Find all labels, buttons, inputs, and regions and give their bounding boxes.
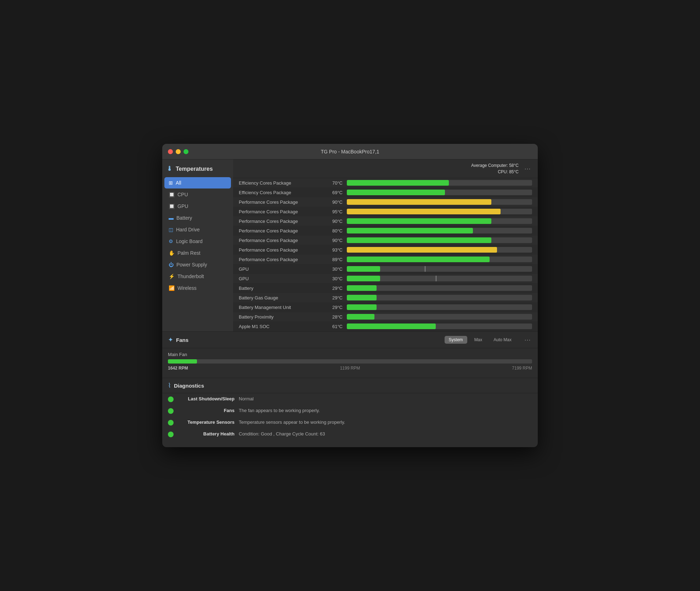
fans-title: Fans bbox=[176, 337, 442, 343]
temp-bar bbox=[347, 276, 380, 281]
temp-bar-container bbox=[347, 237, 532, 243]
temp-value: 29°C bbox=[327, 305, 347, 310]
fan-system-button[interactable]: System bbox=[445, 336, 467, 344]
temp-name: Performance Cores Package bbox=[239, 247, 327, 253]
temp-row: Performance Cores Package 95°C bbox=[233, 207, 538, 216]
temp-bar bbox=[347, 237, 491, 243]
temp-bar-container bbox=[347, 295, 532, 300]
sidebar-header: 🌡 Temperatures bbox=[162, 162, 233, 177]
temp-value: 29°C bbox=[327, 286, 347, 291]
sidebar-item-battery[interactable]: ▬ Battery bbox=[164, 212, 231, 224]
temp-value: 28°C bbox=[327, 314, 347, 320]
diag-label: Temperature Sensors bbox=[178, 420, 235, 425]
temp-bar bbox=[347, 304, 377, 310]
fan-min-rpm: 1199 RPM bbox=[340, 366, 360, 371]
temp-bar-container bbox=[347, 228, 532, 233]
temp-name: Performance Cores Package bbox=[239, 238, 327, 243]
sidebar-item-harddrive[interactable]: ◫ Hard Drive bbox=[164, 224, 231, 235]
temp-bar bbox=[347, 285, 377, 291]
temp-bar-container bbox=[347, 218, 532, 224]
temp-bar bbox=[347, 180, 449, 186]
diag-status-dot bbox=[168, 420, 174, 426]
sidebar-label-palmrest: Palm Rest bbox=[177, 250, 201, 256]
temp-bar-container bbox=[347, 199, 532, 205]
fan-max-button[interactable]: Max bbox=[470, 336, 487, 344]
temp-name: Efficiency Cores Package bbox=[239, 180, 327, 186]
temperatures-section: 🌡 Temperatures ⊞ All 🔲 CPU 🔲 GPU ▬ bbox=[162, 159, 538, 332]
temp-bar bbox=[347, 218, 491, 224]
temp-bar bbox=[347, 228, 473, 233]
diag-row: Fans The fan appears to be working prope… bbox=[162, 405, 538, 417]
sidebar-label-cpu: CPU bbox=[177, 192, 188, 197]
temp-value: 95°C bbox=[327, 209, 347, 214]
sidebar-item-all[interactable]: ⊞ All bbox=[164, 177, 231, 188]
sidebar-item-thunderbolt[interactable]: ⚡ Thunderbolt bbox=[164, 271, 231, 282]
fans-section: ✦ Fans System Max Auto Max ⋯ Main Fan bbox=[162, 332, 538, 378]
temp-row: Performance Cores Package 80°C bbox=[233, 226, 538, 236]
palmrest-icon: ✋ bbox=[169, 250, 175, 256]
sidebar-label-battery: Battery bbox=[176, 215, 192, 221]
temp-name: Performance Cores Package bbox=[239, 228, 327, 233]
diag-label: Fans bbox=[178, 408, 235, 413]
fan-controls: System Max Auto Max ⋯ bbox=[445, 335, 532, 344]
fan-label: Main Fan bbox=[168, 352, 532, 357]
temp-bar-container bbox=[347, 209, 532, 214]
cpu-value: 85°C bbox=[509, 169, 519, 174]
temp-value: 30°C bbox=[327, 266, 347, 272]
cpu-icon: 🔲 bbox=[169, 192, 175, 197]
fan-automax-button[interactable]: Auto Max bbox=[489, 336, 516, 344]
diag-row: Last Shutdown/Sleep Normal bbox=[162, 393, 538, 405]
sidebar-item-cpu[interactable]: 🔲 CPU bbox=[164, 189, 231, 200]
temp-row: Efficiency Cores Package 70°C bbox=[233, 178, 538, 188]
avg-computer-value: 58°C bbox=[509, 163, 519, 168]
diag-status-dot bbox=[168, 408, 174, 414]
diagnostics-list: Last Shutdown/Sleep Normal Fans The fan … bbox=[162, 393, 538, 440]
thermometer-icon: 🌡 bbox=[166, 165, 173, 173]
fan-current-rpm: 1642 RPM bbox=[168, 366, 188, 371]
temp-value: 93°C bbox=[327, 247, 347, 253]
temp-bar-container bbox=[347, 314, 532, 320]
temp-bar bbox=[347, 323, 436, 329]
maximize-button[interactable] bbox=[184, 149, 188, 154]
wireless-icon: 📶 bbox=[169, 285, 175, 291]
sidebar-item-palmrest[interactable]: ✋ Palm Rest bbox=[164, 247, 231, 259]
temp-name: Battery Gas Gauge bbox=[239, 295, 327, 300]
logicboard-icon: ⚙ bbox=[169, 238, 173, 244]
thunderbolt-icon: ⚡ bbox=[169, 274, 175, 279]
sidebar-item-gpu[interactable]: 🔲 GPU bbox=[164, 201, 231, 212]
minimize-button[interactable] bbox=[176, 149, 181, 154]
temp-value: 90°C bbox=[327, 238, 347, 243]
temp-value: 70°C bbox=[327, 180, 347, 186]
sidebar-item-logicboard[interactable]: ⚙ Logic Board bbox=[164, 236, 231, 247]
temp-bar bbox=[347, 314, 374, 320]
sidebar-label-logicboard: Logic Board bbox=[176, 238, 203, 244]
temp-row: Performance Cores Package 90°C bbox=[233, 216, 538, 226]
temp-value: 90°C bbox=[327, 219, 347, 224]
temp-value: 30°C bbox=[327, 276, 347, 281]
temp-more-button[interactable]: ⋯ bbox=[523, 164, 532, 173]
sidebar-item-wireless[interactable]: 📶 Wireless bbox=[164, 282, 231, 294]
temp-bar-container bbox=[347, 304, 532, 310]
diag-title: Diagnostics bbox=[174, 383, 532, 389]
sidebar-label-wireless: Wireless bbox=[177, 285, 197, 291]
temp-bar-container bbox=[347, 285, 532, 291]
temperature-list: Efficiency Cores Package 70°C Efficiency… bbox=[233, 178, 538, 331]
traffic-lights bbox=[168, 149, 188, 154]
diag-status-dot bbox=[168, 396, 174, 402]
sidebar-label-all: All bbox=[176, 180, 181, 186]
battery-icon: ▬ bbox=[169, 215, 174, 221]
close-button[interactable] bbox=[168, 149, 173, 154]
sidebar-item-powersupply[interactable]: ⏻ Power Supply bbox=[164, 259, 231, 270]
fans-more-button[interactable]: ⋯ bbox=[523, 335, 532, 344]
temp-bar-container bbox=[347, 190, 532, 195]
temp-row: Apple M1 SOC 61°C bbox=[233, 322, 538, 331]
temp-bar bbox=[347, 295, 377, 300]
temperature-main: Average Computer: 58°C CPU: 85°C ⋯ Effic… bbox=[233, 159, 538, 331]
temp-bar-container bbox=[347, 247, 532, 253]
sidebar-label-gpu: GPU bbox=[177, 203, 188, 209]
sidebar: 🌡 Temperatures ⊞ All 🔲 CPU 🔲 GPU ▬ bbox=[162, 159, 233, 331]
diag-status-dot bbox=[168, 432, 174, 437]
main-window: TG Pro - MacBookPro17,1 🌡 Temperatures ⊞… bbox=[162, 144, 538, 447]
diag-icon: ⌇ bbox=[168, 382, 171, 389]
temp-value: 90°C bbox=[327, 199, 347, 205]
